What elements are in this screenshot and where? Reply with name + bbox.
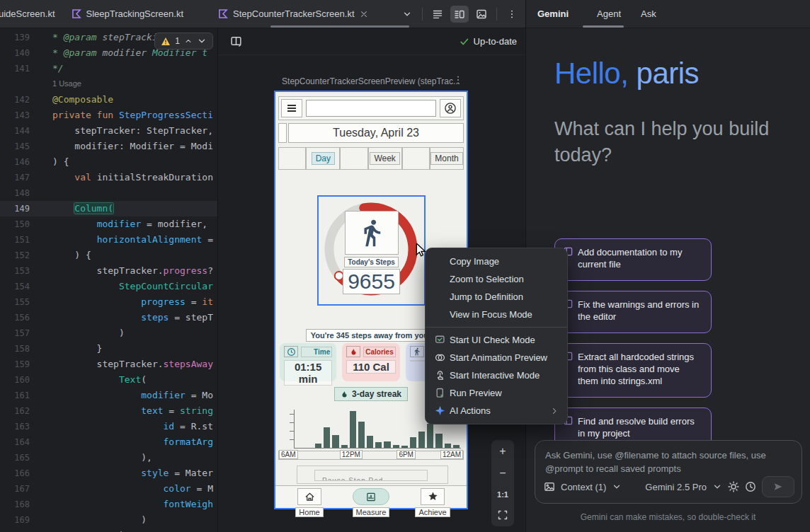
code-line[interactable]: 159 stepTracker.stepsAway <box>0 357 217 372</box>
send-button[interactable] <box>762 476 794 497</box>
model-dropdown[interactable]: Gemini 2.5 Pro <box>645 482 707 492</box>
date-nav-box[interactable] <box>278 123 287 143</box>
chevron-down-icon[interactable] <box>712 482 722 492</box>
line-number: 160 <box>0 372 30 388</box>
tab-stepcountertrackerscreen[interactable]: StepCounterTrackerScreen.kt <box>210 0 376 28</box>
attach-image-icon[interactable] <box>544 481 555 492</box>
menu-item-start-interactive-mode[interactable]: Start Interactive Mode <box>426 366 567 384</box>
menu-item-ai-actions[interactable]: AI Actions <box>426 402 567 420</box>
fit-to-screen-icon[interactable] <box>497 509 508 521</box>
close-tab-icon[interactable] <box>360 10 368 18</box>
tab-guidescreen[interactable]: uideScreen.kt <box>0 0 64 28</box>
code-line[interactable]: 151 horizontalAlignment = <box>0 232 217 248</box>
chevron-down-icon[interactable] <box>612 482 622 492</box>
suggestion-card[interactable]: Fix the warnings and errors in the edito… <box>554 291 712 333</box>
context-dropdown[interactable]: Context (1) <box>561 482 606 492</box>
code-line[interactable]: 155 progress = it <box>0 294 217 310</box>
code-line[interactable]: 142@Composable <box>0 92 217 108</box>
menu-item-jump-to-definition[interactable]: Jump to Definition <box>426 288 567 306</box>
code-line[interactable]: 166 style = Mater <box>0 466 217 481</box>
calories-card[interactable]: Calories 110 Cal <box>342 343 399 381</box>
more-options-icon[interactable] <box>503 6 521 23</box>
tab-label: StepCounterTrackerScreen.kt <box>233 8 354 19</box>
code-line[interactable]: 153 stepTracker.progress? <box>0 263 217 279</box>
code-line[interactable]: 143private fun StepProgressSecti <box>0 108 217 123</box>
tab-scrollbar[interactable] <box>270 25 409 28</box>
design-view-button[interactable] <box>472 6 491 23</box>
code-line[interactable]: 150 modifier = modifier, <box>0 216 217 232</box>
menu-item-label: Zoom to Selection <box>450 274 524 284</box>
preview-options-icon[interactable] <box>453 75 463 85</box>
chart-icon <box>353 488 389 505</box>
menu-item-start-ui-check-mode[interactable]: Start UI Check Mode <box>426 331 567 349</box>
zoom-out-button[interactable]: − <box>499 468 506 479</box>
prev-issue-icon[interactable] <box>184 37 193 45</box>
code-editor[interactable]: 139* @param stepTracki140* @param modifi… <box>0 28 217 532</box>
code-line[interactable]: 141*/ <box>0 61 217 76</box>
search-input[interactable] <box>306 100 436 117</box>
code-line[interactable]: 149 Column( <box>0 201 217 216</box>
hamburger-menu-icon[interactable] <box>281 99 302 117</box>
code-line[interactable]: 146) { <box>0 154 217 170</box>
context-menu: Copy ImageZoom to SelectionJump to Defin… <box>425 248 568 424</box>
inspection-widget[interactable]: 1 <box>154 33 213 50</box>
split-editor-icon[interactable] <box>227 33 245 50</box>
chevron-down-icon[interactable] <box>398 6 416 23</box>
nav-achieve[interactable]: Achieve <box>404 488 461 518</box>
settings-gear-icon[interactable] <box>728 481 739 492</box>
code-line[interactable]: 148 <box>0 185 217 201</box>
code-line[interactable]: 169 ) <box>0 512 217 528</box>
code-text: text = string <box>52 403 213 419</box>
editor-tab-bar: uideScreen.kt SleepTrackingScreen.kt Ste… <box>0 0 525 28</box>
tab-week[interactable]: Week <box>368 147 402 170</box>
code-line[interactable]: 156 steps = stepT <box>0 310 217 325</box>
profile-icon[interactable] <box>440 99 461 117</box>
code-line[interactable]: 145 modifier: Modifier = Modi <box>0 139 217 154</box>
nav-home[interactable]: Home <box>281 488 338 518</box>
suggestion-card[interactable]: Add documentation to my current file <box>554 238 712 281</box>
code-line[interactable]: 167 color = M <box>0 481 217 497</box>
preview-title[interactable]: StepCounterTrackerScreenPreview (stepTra… <box>268 76 474 86</box>
code-line[interactable]: 160 Text( <box>0 372 217 388</box>
split-view-button[interactable] <box>450 6 469 23</box>
code-text: val initialStreakDuration <box>52 170 213 185</box>
step-progress-ring[interactable]: Today's Steps 9655 <box>317 195 426 306</box>
nav-measure[interactable]: Measure <box>343 488 399 518</box>
menu-item-run-preview[interactable]: Run Preview <box>426 384 567 402</box>
code-line[interactable]: 164 formatArg <box>0 434 217 450</box>
gemini-input-box[interactable]: Context (1) Gemini 2.5 Pro <box>535 440 802 504</box>
code-line[interactable]: 163 id = R.st <box>0 419 217 434</box>
next-issue-icon[interactable] <box>197 36 207 46</box>
line-number: 159 <box>0 357 30 372</box>
time-card[interactable]: Time 01:15 min <box>280 343 336 381</box>
zoom-in-button[interactable]: + <box>499 446 506 457</box>
code-line[interactable]: 147 val initialStreakDuration <box>0 170 217 185</box>
tab-month[interactable]: Month <box>430 147 464 170</box>
code-line[interactable]: 144 stepTracker: StepTracker, <box>0 123 217 139</box>
code-line[interactable]: 170 ) <box>0 528 217 532</box>
code-line[interactable]: 161 modifier = Mo <box>0 388 217 403</box>
menu-item-start-animation-preview[interactable]: Start Animation Preview <box>426 349 567 366</box>
tab-ask[interactable]: Ask <box>641 8 656 19</box>
tab-sleeptrackingscreen[interactable]: SleepTrackingScreen.kt <box>64 0 193 28</box>
menu-item-copy-image[interactable]: Copy Image <box>426 253 567 270</box>
code-line[interactable]: 157 ) <box>0 325 217 341</box>
code-line[interactable]: 154 StepCountCircular <box>0 279 217 294</box>
history-clock-icon[interactable] <box>745 481 756 492</box>
code-view-button[interactable] <box>428 6 447 23</box>
ide-window: uideScreen.kt SleepTrackingScreen.kt Ste… <box>0 0 810 532</box>
code-line[interactable]: 162 text = string <box>0 403 217 419</box>
prompt-input[interactable] <box>535 441 802 478</box>
menu-item-view-in-focus-mode[interactable]: View in Focus Mode <box>426 306 567 323</box>
tab-agent[interactable]: Agent <box>597 8 621 19</box>
code-line[interactable]: 165 ), <box>0 450 217 466</box>
tab-day[interactable]: Day <box>306 147 340 170</box>
chart-bar <box>315 444 321 448</box>
suggestion-card[interactable]: Extract all hardcoded strings from this … <box>554 343 712 398</box>
zoom-ratio-button[interactable]: 1:1 <box>497 490 508 499</box>
menu-item-zoom-to-selection[interactable]: Zoom to Selection <box>426 270 567 288</box>
code-line[interactable]: 152 ) { <box>0 248 217 263</box>
code-line[interactable]: 168 fontWeigh <box>0 497 217 512</box>
code-line[interactable]: 158 } <box>0 341 217 357</box>
usage-hint[interactable]: 1 Usage <box>0 76 217 92</box>
